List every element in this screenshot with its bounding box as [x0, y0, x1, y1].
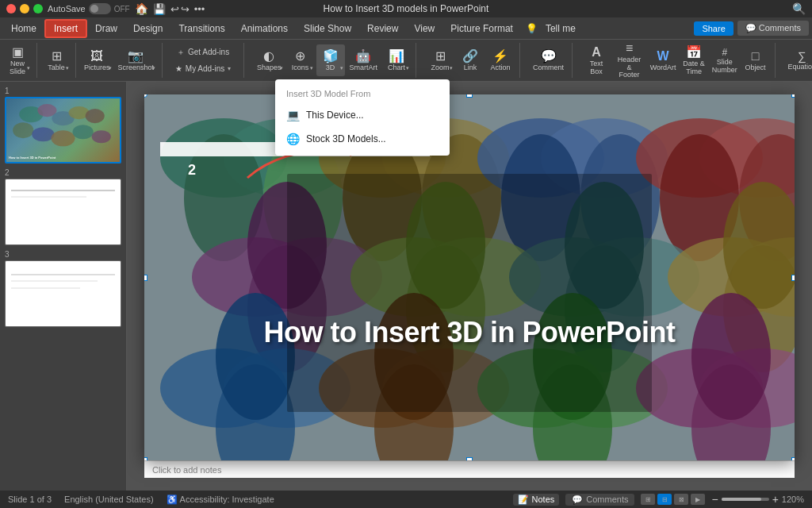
slide-thumbnail-1[interactable]: 1: [5, 87, 121, 164]
slide-thumbnail-3[interactable]: 3: [5, 250, 121, 327]
textbox-button[interactable]: A TextBox: [582, 44, 611, 76]
table-button[interactable]: ⊞ Table ▾: [42, 44, 71, 76]
zoom-minus-button[interactable]: −: [711, 493, 718, 506]
slide-info: Slide 1 of 3: [8, 495, 52, 504]
pictures-icon: 🖼: [90, 49, 103, 64]
slide-canvas[interactable]: 2 How to Insert 3D in PowerPoint: [144, 94, 795, 460]
datetime-button[interactable]: 📅 Date &Time: [680, 44, 708, 76]
toolbar-row: ▣ NewSlide ▾ ⊞ Table ▾ 🖼 Pictures ▾ 📷 Sc…: [0, 40, 812, 81]
tab-slideshow[interactable]: Slide Show: [296, 20, 359, 37]
tab-picture-format[interactable]: Picture Format: [442, 20, 521, 37]
svg-point-58: [691, 293, 771, 420]
zoom-control: − + 120%: [711, 493, 804, 506]
tool-group-symbols: ∑ Equation ▾ Ω Symbol: [785, 43, 813, 78]
equation-button[interactable]: ∑ Equation ▾: [785, 44, 813, 76]
tab-draw[interactable]: Draw: [87, 20, 125, 37]
shapes-button[interactable]: ◐ Shapes ▾: [254, 44, 285, 76]
resize-handle-bl[interactable]: [144, 457, 147, 460]
link-button[interactable]: 🔗 Link: [456, 44, 485, 76]
canvas-area: 2 How to Insert 3D in PowerPoint: [127, 82, 812, 491]
tab-home[interactable]: Home: [3, 20, 44, 37]
lightbulb-icon: 💡: [526, 23, 538, 34]
undo-icon[interactable]: ↩: [170, 3, 179, 15]
pictures-button[interactable]: 🖼 Pictures ▾: [81, 44, 113, 76]
save-icon[interactable]: 💾: [153, 3, 166, 15]
tool-group-slides: ▣ NewSlide ▾: [3, 43, 37, 78]
more-icon[interactable]: •••: [194, 3, 205, 15]
resize-handle-br[interactable]: [791, 457, 795, 460]
comment-insert-button[interactable]: 💬 Comment: [530, 44, 567, 76]
notes-button[interactable]: 📝 Notes: [513, 494, 560, 506]
icons-icon: ⊕: [295, 48, 305, 64]
tab-transitions[interactable]: Transitions: [170, 20, 232, 37]
traffic-lights: [6, 4, 43, 13]
slide-panel: 1: [0, 82, 127, 491]
this-device-option[interactable]: 💻 This Device...: [275, 103, 450, 127]
add-notes-bar[interactable]: Click to add notes: [144, 460, 795, 478]
stock-3d-icon: 🌐: [286, 133, 300, 145]
resize-handle-tr[interactable]: [791, 94, 795, 98]
resize-handle-bm[interactable]: [466, 457, 473, 460]
toggle-pill: [89, 3, 111, 14]
object-button[interactable]: □ Object: [741, 44, 770, 76]
status-bar: Slide 1 of 3 English (United States) ♿ A…: [0, 491, 812, 508]
wordart-button[interactable]: W WordArt: [648, 44, 678, 76]
3d-button[interactable]: 🧊 3D ▾: [316, 44, 345, 76]
autosave-toggle[interactable]: AutoSave OFF: [48, 3, 130, 14]
autosave-label: AutoSave: [48, 4, 86, 13]
zoom-plus-button[interactable]: +: [772, 493, 779, 506]
comments-status-button[interactable]: 💬 Comments: [565, 494, 634, 506]
search-icon[interactable]: 🔍: [792, 2, 806, 15]
header-footer-button[interactable]: ≡ Header &Footer: [612, 44, 646, 76]
tab-view[interactable]: View: [406, 20, 442, 37]
close-button[interactable]: [6, 4, 16, 13]
zoom-slider[interactable]: [722, 498, 769, 501]
stock-3d-option[interactable]: 🌐 Stock 3D Models...: [275, 127, 450, 151]
tab-design[interactable]: Design: [125, 20, 170, 37]
icons-button[interactable]: ⊕ Icons ▾: [286, 44, 315, 76]
comments-button[interactable]: 💬 Comments: [737, 21, 809, 36]
tab-review[interactable]: Review: [359, 20, 406, 37]
chart-button[interactable]: 📊 Chart ▾: [382, 44, 411, 76]
toggle-dot: [90, 5, 98, 13]
add-notes-placeholder: Click to add notes: [152, 465, 221, 475]
svg-rect-59: [287, 174, 652, 412]
tab-insert[interactable]: Insert: [44, 19, 87, 38]
reading-view-button[interactable]: ⊠: [674, 494, 688, 505]
tab-animations[interactable]: Animations: [233, 20, 296, 37]
resize-handle-lm[interactable]: [144, 275, 147, 281]
3d-dropdown-menu: Insert 3D Model From 💻 This Device... 🌐 …: [275, 79, 450, 156]
chart-icon: 📊: [389, 48, 404, 64]
screenshot-button[interactable]: 📷 Screenshot ▾: [115, 44, 158, 76]
minimize-button[interactable]: [20, 4, 29, 13]
normal-view-button[interactable]: ⊞: [641, 494, 655, 505]
my-addins-button[interactable]: ★ My Add-ins ▾: [167, 62, 239, 76]
tab-tell-me[interactable]: Tell me: [538, 20, 584, 37]
tool-group-links: ⊞ Zoom ▾ 🔗 Link ⚡ Action: [426, 43, 520, 78]
share-button[interactable]: Share: [694, 21, 733, 36]
tool-group-addins: ＋ Get Add-ins ★ My Add-ins ▾: [167, 43, 244, 78]
tabs-row: Home Insert Draw Design Transitions Anim…: [0, 17, 812, 40]
tool-group-images: 🖼 Pictures ▾ 📷 Screenshot ▾: [81, 43, 163, 78]
comments-status-icon: 💬: [572, 495, 583, 505]
get-addins-button[interactable]: ＋ Get Add-ins: [167, 45, 239, 60]
resize-handle-rm[interactable]: [791, 275, 795, 281]
svg-point-4: [86, 109, 105, 123]
redo-icon[interactable]: ↪: [181, 3, 190, 15]
zoom-level[interactable]: 120%: [782, 495, 804, 504]
slide-sorter-button[interactable]: ⊟: [657, 494, 672, 505]
new-slide-button[interactable]: ▣ NewSlide ▾: [3, 44, 32, 76]
slide-thumbnail-2[interactable]: 2: [5, 168, 121, 245]
zoom-insert-button[interactable]: ⊞ Zoom ▾: [426, 44, 454, 76]
action-button[interactable]: ⚡ Action: [486, 44, 515, 76]
resize-handle-tm[interactable]: [466, 94, 473, 98]
link-icon: 🔗: [462, 48, 478, 64]
svg-point-46: [216, 293, 295, 420]
accessibility-info[interactable]: ♿ Accessibility: Investigate: [167, 495, 274, 505]
slide-number-button[interactable]: # SlideNumber: [710, 44, 739, 76]
smartart-button[interactable]: 🤖 SmartArt: [347, 44, 381, 76]
home-icon[interactable]: 🏠: [135, 2, 148, 15]
zoom-insert-icon: ⊞: [435, 48, 446, 64]
presenter-view-button[interactable]: ▶: [691, 494, 705, 505]
fullscreen-button[interactable]: [33, 4, 43, 13]
